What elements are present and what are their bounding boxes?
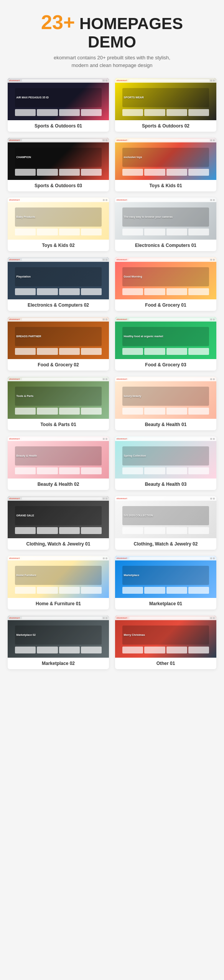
mock-hero-marketplace1: Marketplace [122,566,209,585]
mock-hero-sports3: CHAMPION [15,148,102,167]
thumb-marketplace2: ekommart Marketplace 02 [8,616,109,658]
mock-hero-text-marketplace1: Marketplace [124,573,139,577]
mock-product2-sports3 [37,169,58,176]
mock-product1-electronics1 [122,229,143,235]
mock-product3-tools1 [59,408,80,415]
mock-product1-beauty3 [122,467,143,474]
mock-products-sports3 [15,169,102,176]
mock-product3-clothing2 [166,527,187,534]
thumb-inner-sports2: SPORTS WEAR [115,78,216,120]
thumb-inner-electronics2: Playstation [8,257,109,299]
mock-hero-text-marketplace2: Marketplace 02 [16,633,36,637]
mock-hero-clothing2: S/S 2020 COLLECTION [122,506,209,525]
grid-item-toys2[interactable]: ekommart Baby Products Toys & Kids 02 [8,198,109,251]
label-marketplace2: Marketplace 02 [8,658,109,669]
mock-products-food3 [122,348,209,355]
thumb-inner-sports3: CHAMPION [8,138,109,180]
grid-item-beauty1[interactable]: ekommart luxury beauty Beauty & Health 0… [115,377,216,430]
thumb-inner-food3: Healthy food at organic market [115,317,216,359]
grid-item-food2[interactable]: ekommart BREADS PARTNER Food & Grocery 0… [8,317,109,371]
mock-products-electronics2 [15,288,102,295]
label-homefurniture: Home & Furniture 01 [8,598,109,609]
grid-item-other1[interactable]: ekommart Merry Christmas Other 01 [115,616,216,669]
mock-hero-text-clothing1: GRAND SALE [16,514,34,517]
mock-hero-text-food1: Good Morning [124,275,142,278]
mock-product1-sports3 [15,169,36,176]
mock-product4-clothing1 [81,527,102,534]
label-electronics2: Electronics & Computers 02 [8,299,109,311]
mock-product2-tools1 [37,408,58,415]
mock-product1-other1 [122,647,143,653]
thumb-beauty1: ekommart luxury beauty [115,377,216,419]
grid-item-sports1[interactable]: ekommart AIR MAX PEGASUS 35 ID Sports & … [8,78,109,132]
thumb-beauty2: ekommart Beauty & Health [8,436,109,479]
mock-product1-clothing1 [15,527,36,534]
thumb-inner-beauty1: luxury beauty [115,377,216,419]
mock-product4-homefurniture [81,587,102,594]
mock-product2-electronics1 [144,229,165,235]
mock-product3-clothing1 [59,527,80,534]
mock-hero-food1: Good Morning [122,267,209,286]
mock-product3-marketplace1 [166,587,187,594]
mock-product4-food1 [188,288,209,295]
label-food2: Food & Grocery 02 [8,359,109,371]
mock-hero-text-beauty3: Spring Collection [124,454,146,457]
grid-item-electronics1[interactable]: ekommart The easy way to browse your cam… [115,198,216,251]
mock-hero-text-food3: Healthy food at organic market [124,335,163,338]
thumb-toys2: ekommart Baby Products [8,198,109,240]
mock-hero-electronics1: The easy way to browse your cameras [122,207,209,227]
mock-product2-electronics2 [37,288,58,295]
mock-product4-sports2 [188,109,209,116]
grid-item-electronics2[interactable]: ekommart Playstation Electronics & Compu… [8,257,109,311]
mock-hero-text-tools1: Tools & Parts [16,394,34,398]
grid-item-beauty2[interactable]: ekommart Beauty & Health Beauty & Health… [8,436,109,490]
mock-product1-beauty1 [122,408,143,415]
grid-item-clothing1[interactable]: ekommart GRAND SALE Clothing, Watch & Je… [8,496,109,550]
grid-item-food1[interactable]: ekommart Good Morning Food & Grocery 01 [115,257,216,311]
label-food3: Food & Grocery 03 [115,359,216,371]
mock-product4-sports3 [81,169,102,176]
thumb-inner-clothing2: S/S 2020 COLLECTION [115,496,216,538]
grid-item-sports2[interactable]: ekommart SPORTS WEAR Sports & Outdoors 0… [115,78,216,132]
label-sports1: Sports & Outdoors 01 [8,120,109,132]
mock-products-toys1 [122,169,209,176]
thumb-homefurniture: ekommart Home Furniture [8,556,109,598]
grid-item-marketplace1[interactable]: ekommart Marketplace Marketplace 01 [115,556,216,609]
mock-products-marketplace1 [122,587,209,594]
grid-item-beauty3[interactable]: ekommart Spring Collection Beauty & Heal… [115,436,216,490]
grid-item-homefurniture[interactable]: ekommart Home Furniture Home & Furniture… [8,556,109,609]
mock-product3-toys1 [166,169,187,176]
mock-products-clothing2 [122,527,209,534]
mock-hero-electronics2: Playstation [15,267,102,286]
mock-hero-homefurniture: Home Furniture [15,566,102,585]
mock-product2-toys2 [37,229,58,235]
thumb-food2: ekommart BREADS PARTNER [8,317,109,359]
thumb-inner-homefurniture: Home Furniture [8,556,109,598]
thumb-inner-beauty3: Spring Collection [115,436,216,479]
thumb-electronics2: ekommart Playstation [8,257,109,299]
thumb-other1: ekommart Merry Christmas [115,616,216,658]
mock-product3-food1 [166,288,187,295]
mock-product1-food3 [122,348,143,355]
mock-product2-food2 [37,348,58,355]
thumb-inner-electronics1: The easy way to browse your cameras [115,198,216,240]
mock-product1-marketplace1 [122,587,143,594]
label-beauty3: Beauty & Health 03 [115,479,216,490]
grid-item-toys1[interactable]: ekommart exclusive toys Toys & Kids 01 [115,138,216,191]
mock-product3-other1 [166,647,187,653]
grid-item-food3[interactable]: ekommart Healthy food at organic market … [115,317,216,371]
grid-item-sports3[interactable]: ekommart CHAMPION Sports & Outdoors 03 [8,138,109,191]
mock-products-beauty1 [122,408,209,415]
mock-hero-clothing1: GRAND SALE [15,506,102,525]
mock-hero-sports1: AIR MAX PEGASUS 35 ID [15,88,102,107]
mock-product4-marketplace1 [188,587,209,594]
mock-hero-text-toys1: exclusive toys [124,155,142,159]
mock-hero-text-beauty2: Beauty & Health [16,454,37,457]
grid-item-marketplace2[interactable]: ekommart Marketplace 02 Marketplace 02 [8,616,109,669]
mock-hero-text-electronics1: The easy way to browse your cameras [124,215,173,219]
mock-hero-other1: Merry Christmas [122,626,209,645]
grid-item-clothing2[interactable]: ekommart S/S 2020 COLLECTION Clothing, W… [115,496,216,550]
thumb-clothing1: ekommart GRAND SALE [8,496,109,538]
thumb-sports3: ekommart CHAMPION [8,138,109,180]
grid-item-tools1[interactable]: ekommart Tools & Parts Tools & Parts 01 [8,377,109,430]
